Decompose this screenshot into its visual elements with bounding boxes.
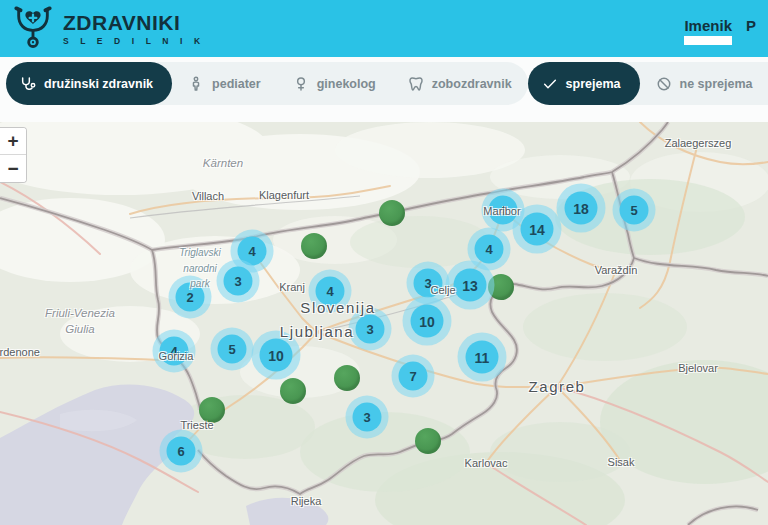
- logo-subtitle: S L E D I L N I K: [63, 36, 205, 46]
- map[interactable]: 43243131031174510364185144 KärntenVillac…: [0, 122, 768, 525]
- app-header: ZDRAVNIKI S L E D I L N I K Imenik P: [0, 0, 768, 57]
- ban-icon: [656, 76, 672, 92]
- cluster-marker-14[interactable]: 14: [521, 213, 554, 246]
- cluster-marker-5[interactable]: 5: [218, 335, 247, 364]
- cluster-count: 2: [186, 290, 193, 305]
- logo[interactable]: ZDRAVNIKI S L E D I L N I K: [12, 3, 205, 54]
- cluster-count: 3: [424, 276, 431, 291]
- filter-ne-sprejema[interactable]: ne sprejema: [640, 62, 768, 105]
- cluster-marker-10[interactable]: 10: [260, 339, 293, 372]
- cluster-count: 18: [573, 200, 589, 216]
- logo-title: ZDRAVNIKI: [63, 12, 205, 33]
- cluster-count: 7: [409, 369, 416, 384]
- cluster-count: 11: [475, 349, 490, 365]
- female-icon: [293, 76, 309, 92]
- cluster-marker-11[interactable]: 11: [466, 341, 499, 374]
- filter-druzinski-zdravnik-active[interactable]: družinski zdravnik: [6, 62, 172, 105]
- app-window: ZDRAVNIKI S L E D I L N I K Imenik P dru…: [0, 0, 768, 525]
- filter-sprejema-active[interactable]: sprejema: [528, 62, 640, 105]
- zoom-in-button[interactable]: +: [0, 128, 26, 155]
- nav-item-imenik-label: Imenik: [684, 17, 732, 34]
- filter-label: ne sprejema: [680, 77, 753, 91]
- cluster-marker-4[interactable]: 4: [316, 277, 345, 306]
- cluster-count: 4: [326, 284, 333, 299]
- doctor-marker[interactable]: [301, 233, 327, 259]
- filter-bar: družinski zdravnikpediaterginekologzoboz…: [0, 57, 768, 122]
- cluster-marker-6[interactable]: 6: [167, 437, 196, 466]
- filter-zobozdravnik[interactable]: zobozdravnik: [392, 62, 528, 105]
- child-icon: [188, 76, 204, 92]
- doctor-marker[interactable]: [379, 200, 405, 226]
- cluster-count: 4: [485, 242, 492, 257]
- cluster-count: 4: [248, 244, 255, 259]
- nav-item-imenik[interactable]: Imenik: [684, 17, 732, 45]
- map-canvas: [0, 122, 768, 525]
- active-nav-underline: [684, 36, 732, 45]
- cluster-marker-4[interactable]: 4: [475, 235, 504, 264]
- doctor-marker[interactable]: [334, 365, 360, 391]
- cluster-marker-4[interactable]: 4: [489, 196, 518, 225]
- cluster-count: 14: [529, 221, 545, 237]
- cluster-marker-3[interactable]: 3: [353, 403, 382, 432]
- cluster-count: 13: [462, 277, 478, 293]
- cluster-marker-5[interactable]: 5: [620, 196, 649, 225]
- doctor-marker[interactable]: [488, 274, 514, 300]
- doctor-type-filter-group: družinski zdravnikpediaterginekologzoboz…: [6, 62, 528, 105]
- filter-label: zobozdravnik: [432, 77, 512, 91]
- filter-label: družinski zdravnik: [44, 77, 153, 91]
- cluster-marker-4[interactable]: 4: [238, 237, 267, 266]
- accepts-filter-group: sprejemane sprejemavsi: [528, 62, 768, 105]
- filter-ginekolog[interactable]: ginekolog: [277, 62, 392, 105]
- cluster-count: 5: [630, 203, 637, 218]
- cluster-count: 4: [499, 203, 506, 218]
- cluster-count: 3: [366, 322, 373, 337]
- nav-item-next-label: P: [746, 17, 756, 34]
- cluster-marker-10[interactable]: 10: [411, 305, 444, 338]
- cluster-count: 6: [177, 444, 184, 459]
- cluster-marker-4[interactable]: 4: [160, 337, 189, 366]
- filter-label: sprejema: [566, 77, 621, 91]
- filter-pediater[interactable]: pediater: [172, 62, 277, 105]
- map-zoom-control: + −: [0, 127, 27, 183]
- stethoscope-heart-logo-icon: [12, 3, 54, 54]
- cluster-marker-3[interactable]: 3: [356, 315, 385, 344]
- cluster-count: 3: [363, 410, 370, 425]
- cluster-count: 10: [268, 347, 284, 363]
- check-icon: [542, 76, 558, 92]
- cluster-marker-13[interactable]: 13: [454, 269, 487, 302]
- nav-item-next-truncated[interactable]: P: [746, 17, 756, 34]
- doctor-marker[interactable]: [280, 378, 306, 404]
- filter-label: ginekolog: [317, 77, 376, 91]
- cluster-marker-18[interactable]: 18: [565, 192, 598, 225]
- logo-text: ZDRAVNIKI S L E D I L N I K: [63, 12, 205, 46]
- header-nav: Imenik P: [684, 17, 756, 45]
- cluster-marker-7[interactable]: 7: [399, 362, 428, 391]
- cluster-marker-2[interactable]: 2: [176, 283, 205, 312]
- cluster-marker-3[interactable]: 3: [414, 269, 443, 298]
- filter-label: pediater: [212, 77, 261, 91]
- tooth-icon: [408, 76, 424, 92]
- cluster-marker-3[interactable]: 3: [224, 267, 253, 296]
- zoom-out-button[interactable]: −: [0, 155, 26, 182]
- cluster-count: 5: [228, 342, 235, 357]
- cluster-count: 3: [234, 274, 241, 289]
- doctor-marker[interactable]: [199, 397, 225, 423]
- cluster-count: 4: [170, 344, 177, 359]
- cluster-count: 10: [419, 313, 435, 329]
- doctor-marker[interactable]: [415, 428, 441, 454]
- stethoscope-icon: [20, 76, 36, 92]
